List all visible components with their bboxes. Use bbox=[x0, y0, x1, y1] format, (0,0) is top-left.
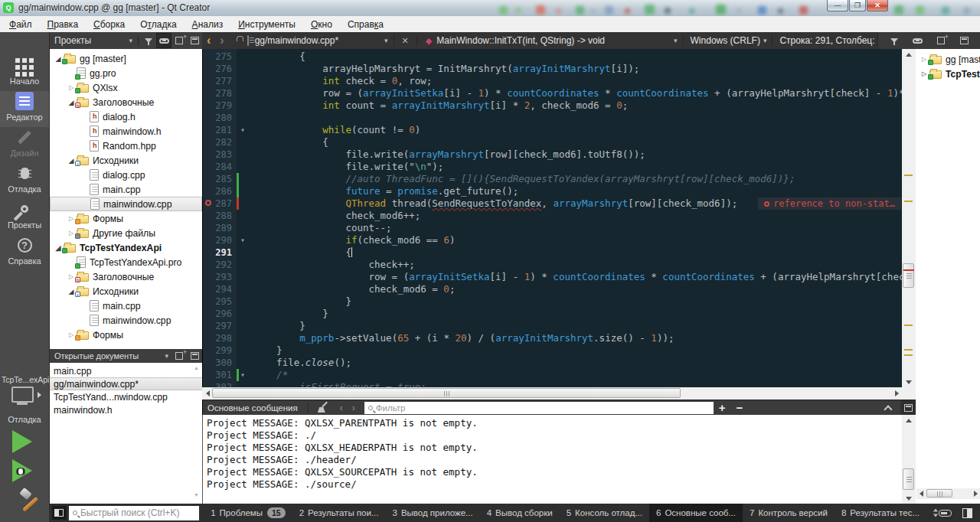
scrollbar-thumb[interactable] bbox=[212, 388, 681, 398]
scroll-up-icon[interactable]: ▲ bbox=[194, 365, 199, 370]
code-line-282[interactable]: 282 { bbox=[203, 136, 902, 148]
go-back-button[interactable]: ‹ bbox=[207, 34, 211, 47]
output-tab-7[interactable]: 7Контроль версий bbox=[743, 504, 835, 522]
pane-selector-dropdown[interactable]: Проекты bbox=[50, 35, 126, 46]
code-line-302[interactable]: 302 isFirstRequest = true; bbox=[203, 381, 902, 387]
project-tree-item-формы[interactable]: ▷Формы bbox=[50, 328, 202, 342]
right-tree-item-tcptestyandexapi[interactable]: ▷TcpTestYandexApi bbox=[916, 67, 980, 81]
project-tree-item-формы[interactable]: ▷Формы bbox=[50, 211, 202, 226]
output-tab-3[interactable]: 3Вывод приложе... bbox=[385, 504, 479, 522]
scrollbar-thumb[interactable] bbox=[903, 263, 914, 288]
output-filter-field[interactable] bbox=[364, 402, 714, 414]
clear-output-icon[interactable] bbox=[317, 402, 329, 413]
right-panel-horizontal-scrollbar[interactable] bbox=[916, 488, 980, 499]
zoom-in-button[interactable]: + bbox=[719, 401, 726, 414]
split-pane-button[interactable] bbox=[933, 33, 949, 48]
code-line-290[interactable]: 290▾ if(check_mod6 == 6) bbox=[203, 234, 902, 246]
menu-item-справка[interactable]: Справка bbox=[340, 17, 391, 32]
project-tree-item-qxlsx[interactable]: ▷QXlsx bbox=[50, 80, 202, 95]
project-tree-item-mainwindow.h[interactable]: mainwindow.h bbox=[50, 124, 202, 139]
right-tree-item-gg [master][interactable]: ▷gg [master] bbox=[916, 52, 980, 67]
close-button[interactable]: ✕ bbox=[867, 0, 888, 11]
output-tab-2[interactable]: 2Результаты пои... bbox=[292, 504, 386, 522]
progress-indicator-icon[interactable] bbox=[939, 510, 952, 517]
open-file-dropdown[interactable]: gg/mainwindow.cpp* bbox=[255, 35, 338, 46]
project-tree-item-tcptestyandexapi.pro[interactable]: TcpTestYandexApi.pro bbox=[50, 255, 202, 269]
menu-item-отладка[interactable]: Отладка bbox=[132, 17, 184, 32]
split-pane-button[interactable] bbox=[172, 33, 187, 48]
prev-item-button[interactable]: ‹ bbox=[340, 403, 343, 413]
minimize-output-button[interactable] bbox=[900, 400, 916, 416]
output-tab-1[interactable]: 1Проблемы15 bbox=[204, 504, 292, 522]
toggle-left-sidebar-button[interactable] bbox=[52, 506, 67, 520]
code-line-298[interactable]: 298 m_pprb->setValue(65 + (i * 20) / (ar… bbox=[203, 332, 902, 344]
maximize-output-button[interactable] bbox=[884, 405, 892, 413]
code-line-297[interactable]: 297 } bbox=[203, 320, 902, 332]
output-tab-4[interactable]: 4Вывод сборки bbox=[480, 504, 560, 522]
project-tree-item-заголовочные[interactable]: ◢Заголовочные bbox=[50, 95, 202, 109]
filter-tree-button[interactable] bbox=[141, 33, 156, 48]
code-line-292[interactable]: 292 check++; bbox=[203, 259, 902, 271]
project-tree-item-исходники[interactable]: ◢Исходники bbox=[50, 284, 202, 299]
code-line-285[interactable]: 285 //auto ThreadFunc = [](){SendRequest… bbox=[203, 173, 902, 185]
locator-field[interactable] bbox=[69, 506, 199, 520]
encoding-dropdown[interactable]: Windows (CRLF) bbox=[691, 35, 760, 46]
open-doc-tcptestyand...nwindow.cpp[interactable]: TcpTestYand...nwindow.cpp bbox=[50, 390, 202, 403]
open-doc-gg/mainwindow.cpp*[interactable]: gg/mainwindow.cpp* bbox=[50, 377, 202, 390]
filter-tree-button[interactable] bbox=[887, 33, 902, 48]
scrollbar-thumb[interactable] bbox=[926, 489, 952, 498]
sync-with-editor-button[interactable] bbox=[910, 33, 925, 48]
code-line-278[interactable]: 278 row = (arrayInitSetka[i] - 1) * coun… bbox=[203, 87, 902, 100]
next-item-button[interactable]: › bbox=[352, 403, 355, 413]
project-tree-item-другие файлы[interactable]: ▷Другие файлы bbox=[50, 226, 202, 240]
output-filter-input[interactable] bbox=[376, 403, 714, 413]
project-tree-item-mainwindow.cpp[interactable]: mainwindow.cpp bbox=[50, 197, 202, 211]
output-tab-6[interactable]: 6Основные сооб... bbox=[649, 504, 743, 522]
project-tree-item-исходники[interactable]: ◢Исходники bbox=[50, 153, 202, 168]
symbol-dropdown[interactable]: MainWindow::InitTxT(int, QString) -> voi… bbox=[436, 35, 605, 46]
mode-help[interactable]: ?Справка bbox=[0, 235, 49, 271]
editor-horizontal-scrollbar[interactable] bbox=[202, 387, 902, 400]
project-tree-item-tcptestyandexapi[interactable]: ◢TcpTestYandexApi bbox=[50, 240, 202, 255]
menu-item-сборка[interactable]: Сборка bbox=[86, 17, 132, 32]
code-line-286[interactable]: 286 future = promise.get_future(); bbox=[203, 185, 902, 197]
kit-selector-icon[interactable] bbox=[11, 387, 34, 403]
project-tree-item-gg.pro[interactable]: gg.pro bbox=[50, 66, 202, 80]
open-doc-main.cpp[interactable]: main.cpp bbox=[50, 364, 202, 377]
locator-input[interactable] bbox=[80, 507, 199, 518]
code-line-276[interactable]: 276 arrayHelpMarshryt = InitMarshryt(arr… bbox=[203, 63, 902, 75]
code-line-283[interactable]: 283 file.write(arrayMarshryt[row][check_… bbox=[203, 148, 902, 161]
code-line-284[interactable]: 284 file.write("\n"); bbox=[203, 161, 902, 173]
mode-wrench[interactable]: Проекты bbox=[0, 199, 49, 235]
menu-item-файл[interactable]: Файл bbox=[2, 17, 40, 32]
project-tree-item-main.cpp[interactable]: main.cpp bbox=[50, 182, 202, 197]
code-line-296[interactable]: 296 } bbox=[203, 308, 902, 320]
code-line-293[interactable]: 293 row = (arrayInitSetka[i] - 1) * coun… bbox=[203, 271, 902, 283]
mode-editor[interactable]: Редактор bbox=[0, 91, 49, 127]
close-pane-button[interactable] bbox=[187, 33, 202, 48]
scroll-down-icon[interactable]: ▼ bbox=[194, 492, 199, 498]
close-pane-button[interactable] bbox=[956, 33, 972, 48]
mode-grid[interactable]: Начало bbox=[0, 55, 49, 91]
code-editor[interactable]: 275 {276 arrayHelpMarshryt = InitMarshry… bbox=[202, 49, 902, 387]
scrollbar-thumb[interactable] bbox=[903, 468, 914, 490]
code-line-300[interactable]: 300 file.close(); bbox=[203, 357, 902, 369]
run-button[interactable] bbox=[12, 430, 32, 453]
open-doc-mainwindow.h[interactable]: mainwindow.h bbox=[50, 403, 202, 416]
zoom-out-button[interactable]: − bbox=[737, 401, 743, 414]
project-tree-item-main.cpp[interactable]: main.cpp bbox=[50, 299, 202, 313]
output-tab-8[interactable]: 8Результаты тес... bbox=[835, 504, 926, 522]
chevron-down-icon[interactable]: ▾ bbox=[674, 37, 678, 44]
build-button[interactable] bbox=[11, 488, 38, 516]
code-line-301[interactable]: 301▾ /* bbox=[203, 369, 902, 381]
run-debug-button[interactable] bbox=[12, 459, 38, 484]
code-line-289[interactable]: 289 count--; bbox=[203, 222, 902, 234]
project-tree-item-random.hpp[interactable]: Random.hpp bbox=[50, 139, 202, 153]
code-line-279[interactable]: 279 int count = arrayInitMarshryt[i] * 2… bbox=[203, 100, 902, 112]
code-line-287[interactable]: 287 QThread thread(SendRequestToYandex, … bbox=[203, 197, 902, 210]
mode-debug[interactable]: Отладка bbox=[0, 163, 49, 199]
output-vertical-scrollbar[interactable] bbox=[902, 415, 916, 504]
code-line-299[interactable]: 299 } bbox=[203, 344, 902, 357]
project-tree-item-dialog.cpp[interactable]: dialog.cpp bbox=[50, 168, 202, 182]
chevron-down-icon[interactable]: ▾ bbox=[165, 352, 168, 360]
